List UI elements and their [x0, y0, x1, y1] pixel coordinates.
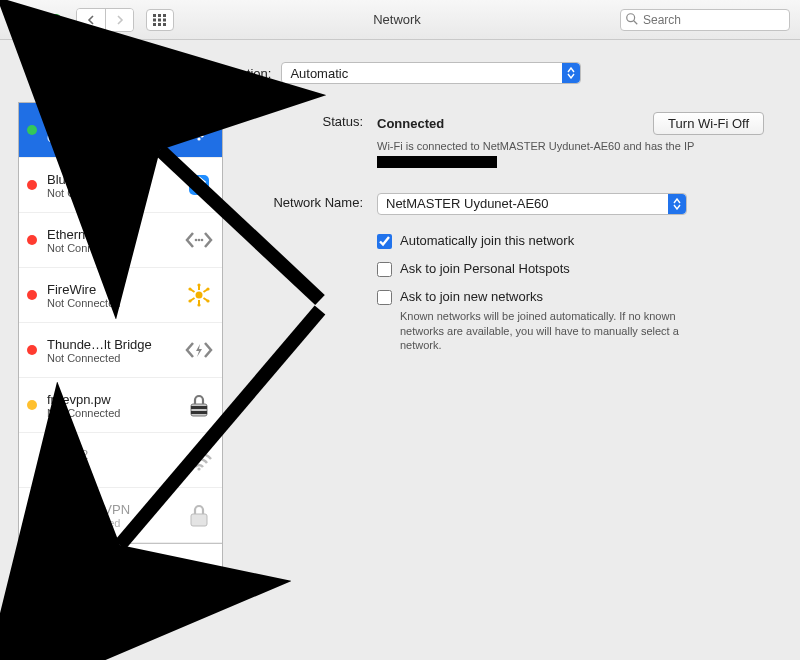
- location-popup[interactable]: Automatic: [281, 62, 581, 84]
- service-name: Wi-Fi: [47, 117, 180, 132]
- service-item[interactable]: Betternet VPNNot Connected: [19, 488, 222, 543]
- vpn-grey-icon: [184, 500, 214, 530]
- svg-rect-2: [163, 14, 166, 17]
- ask-new-checkbox[interactable]: Ask to join new networks: [377, 289, 764, 305]
- service-item[interactable]: EthernetNot Connected: [19, 213, 222, 268]
- add-service-button[interactable]: +: [19, 544, 49, 569]
- service-name: Bluetooth PAN: [47, 172, 180, 187]
- service-item[interactable]: Wi-FiConnected: [19, 103, 222, 158]
- service-status: Not Connected: [47, 242, 180, 254]
- network-name-popup[interactable]: NetMASTER Uydunet-AE60: [377, 193, 687, 215]
- ask-hotspot-checkbox[interactable]: Ask to join Personal Hotspots: [377, 261, 764, 277]
- service-name: freevpn.pw: [47, 392, 180, 407]
- svg-point-11: [197, 137, 200, 140]
- window-title: Network: [182, 12, 612, 27]
- close-window-button[interactable]: [10, 14, 22, 26]
- service-status: Not Connected: [47, 407, 180, 419]
- svg-rect-30: [191, 406, 207, 409]
- titlebar: Network: [0, 0, 800, 40]
- search-input[interactable]: [620, 9, 790, 31]
- wifi-toggle-button[interactable]: Turn Wi-Fi Off: [653, 112, 764, 135]
- svg-point-27: [188, 299, 191, 302]
- back-button[interactable]: [77, 9, 105, 31]
- status-value: Connected: [377, 116, 444, 131]
- popup-arrows-icon: [562, 63, 580, 83]
- svg-rect-33: [191, 514, 207, 526]
- wifi-icon: [184, 115, 214, 145]
- status-subtext: Wi-Fi is connected to NetMASTER Uydunet-…: [377, 139, 764, 169]
- zoom-window-button[interactable]: [50, 14, 62, 26]
- bluetooth-icon: [184, 170, 214, 200]
- ask-hotspot-input[interactable]: [377, 262, 392, 277]
- window-controls: [10, 14, 62, 26]
- status-dot: [27, 455, 37, 465]
- svg-point-32: [197, 467, 200, 470]
- forward-button[interactable]: [105, 9, 133, 31]
- thunderbolt-icon: [184, 335, 214, 365]
- svg-point-14: [198, 239, 201, 242]
- svg-rect-29: [191, 404, 207, 416]
- svg-rect-7: [158, 23, 161, 26]
- network-name-value: NetMASTER Uydunet-AE60: [386, 196, 549, 211]
- svg-point-13: [195, 239, 198, 242]
- svg-rect-3: [153, 18, 156, 21]
- sidebar-footer-spacer: [109, 544, 222, 569]
- redacted-ip: [377, 156, 497, 168]
- status-dot: [27, 290, 37, 300]
- service-actions-menu[interactable]: [79, 544, 109, 569]
- service-name: Betternet VPN: [47, 502, 180, 517]
- service-status: Connected: [47, 132, 180, 144]
- ethernet-icon: [184, 225, 214, 255]
- status-dot: [27, 125, 37, 135]
- location-value: Automatic: [290, 66, 348, 81]
- minimize-window-button[interactable]: [30, 14, 42, 26]
- ask-new-input[interactable]: [377, 290, 392, 305]
- search-wrap: [620, 9, 790, 31]
- service-status: Not Connected: [47, 517, 180, 529]
- svg-rect-31: [191, 411, 207, 414]
- service-item[interactable]: Thunde…lt BridgeNot Connected: [19, 323, 222, 378]
- auto-join-input[interactable]: [377, 234, 392, 249]
- show-all-button[interactable]: [146, 9, 174, 31]
- svg-rect-6: [153, 23, 156, 26]
- svg-point-16: [196, 292, 203, 299]
- status-label: Status:: [237, 112, 377, 129]
- service-item[interactable]: Wi-Fi 2Inactive: [19, 433, 222, 488]
- service-status: Not Connected: [47, 187, 180, 199]
- auto-join-checkbox[interactable]: Automatically join this network: [377, 233, 764, 249]
- service-item[interactable]: FireWireNot Connected: [19, 268, 222, 323]
- service-status: Not Connected: [47, 297, 180, 309]
- popup-arrows-icon: [668, 194, 686, 214]
- status-dot: [27, 510, 37, 520]
- service-item[interactable]: Bluetooth PANNot Connected: [19, 158, 222, 213]
- svg-point-24: [197, 303, 200, 306]
- service-name: Ethernet: [47, 227, 180, 242]
- service-list: Wi-FiConnectedBluetooth PANNot Connected…: [19, 103, 222, 543]
- svg-rect-0: [153, 14, 156, 17]
- status-dot: [27, 345, 37, 355]
- service-status: Not Connected: [47, 352, 180, 364]
- nav-back-forward: [76, 8, 134, 32]
- location-row: Location: Automatic: [0, 40, 800, 102]
- service-name: Wi-Fi 2: [47, 447, 180, 462]
- main-split: Wi-FiConnectedBluetooth PANNot Connected…: [0, 102, 800, 570]
- remove-service-button[interactable]: −: [49, 544, 79, 569]
- vpn-icon: [184, 390, 214, 420]
- svg-point-15: [201, 239, 204, 242]
- location-label: Location:: [219, 66, 272, 81]
- svg-point-26: [206, 299, 209, 302]
- network-name-label: Network Name:: [237, 193, 377, 210]
- svg-point-9: [627, 13, 635, 21]
- service-name: Thunde…lt Bridge: [47, 337, 180, 352]
- svg-point-28: [206, 287, 209, 290]
- service-item[interactable]: freevpn.pwNot Connected: [19, 378, 222, 433]
- svg-line-10: [634, 20, 638, 24]
- detail-panel: Status: Connected Turn Wi-Fi Off Wi-Fi i…: [237, 102, 782, 570]
- service-status: Inactive: [47, 462, 180, 474]
- sidebar-footer: + −: [19, 543, 222, 569]
- svg-point-23: [197, 283, 200, 286]
- svg-rect-4: [158, 18, 161, 21]
- svg-rect-8: [163, 23, 166, 26]
- svg-rect-1: [158, 14, 161, 17]
- service-name: FireWire: [47, 282, 180, 297]
